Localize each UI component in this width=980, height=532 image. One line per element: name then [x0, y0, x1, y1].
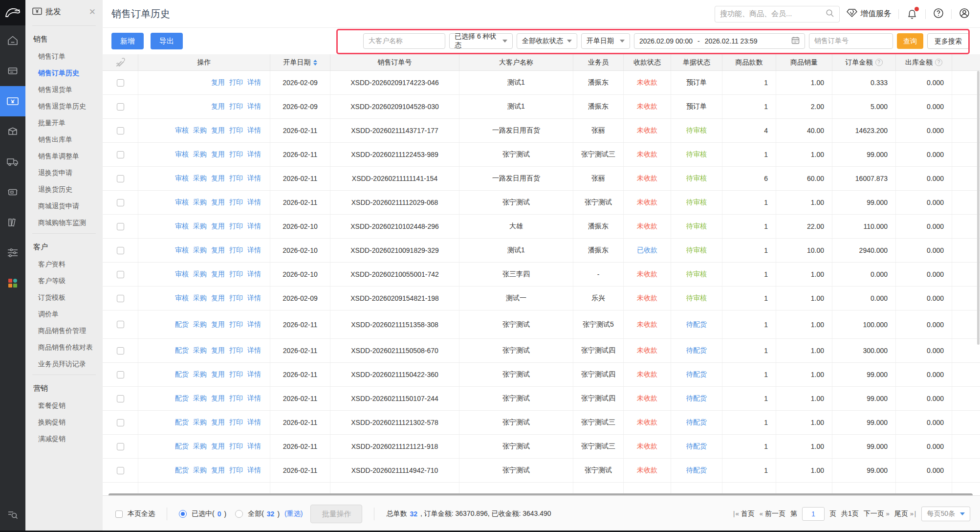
row-action-link[interactable]: 审核 — [175, 126, 189, 135]
home-icon[interactable] — [0, 25, 25, 56]
row-action-link[interactable]: 详情 — [247, 466, 261, 475]
column-settings-tools-icon[interactable] — [103, 54, 138, 70]
sidebar-item-商品销售价管理[interactable]: 商品销售价管理 — [25, 323, 103, 339]
sliders-icon[interactable] — [0, 238, 25, 268]
row-action-link[interactable]: 采购 — [193, 442, 207, 451]
pos-machine-icon[interactable] — [0, 177, 25, 207]
row-checkbox[interactable] — [117, 443, 124, 450]
first-page-button[interactable]: ∣« 首页 — [732, 510, 755, 518]
help-icon[interactable] — [933, 7, 944, 21]
sidebar-item-换购促销[interactable]: 换购促销 — [25, 414, 103, 431]
col-amount[interactable]: 订单金额? — [832, 54, 896, 70]
select-all-checkbox[interactable] — [115, 510, 123, 518]
row-action-link[interactable]: 配货 — [175, 394, 189, 403]
truck-icon[interactable] — [0, 147, 25, 177]
row-action-link[interactable]: 采购 — [193, 198, 207, 207]
row-action-link[interactable]: 复用 — [211, 346, 225, 355]
row-action-link[interactable]: 复用 — [211, 150, 225, 159]
row-action-link[interactable]: 采购 — [193, 150, 207, 159]
row-checkbox[interactable] — [117, 271, 124, 278]
row-action-link[interactable]: 采购 — [193, 246, 207, 255]
more-search-button[interactable]: 更多搜索 — [927, 33, 969, 49]
row-action-link[interactable]: 审核 — [175, 246, 189, 255]
row-checkbox[interactable] — [117, 103, 124, 111]
date-range-picker[interactable]: 2026.02.09 00:00 - 2026.02.11 23:59 — [634, 33, 805, 49]
col-date[interactable]: 开单日期 — [270, 54, 330, 70]
row-checkbox[interactable] — [117, 347, 124, 355]
package-icon[interactable] — [0, 116, 25, 147]
row-action-link[interactable]: 采购 — [193, 418, 207, 427]
add-button[interactable]: 新增 — [111, 33, 144, 49]
page-number-input[interactable]: 1 — [802, 507, 825, 521]
sidebar-item-订货模板[interactable]: 订货模板 — [25, 289, 103, 306]
library-books-icon[interactable] — [0, 207, 25, 238]
sidebar-item-调价单[interactable]: 调价单 — [25, 306, 103, 323]
row-checkbox[interactable] — [117, 295, 124, 302]
row-action-link[interactable]: 配货 — [175, 320, 189, 329]
row-action-link[interactable]: 复用 — [211, 126, 225, 135]
customer-name-input[interactable]: 大客户名称 — [363, 33, 445, 49]
row-action-link[interactable]: 采购 — [193, 394, 207, 403]
row-action-link[interactable]: 详情 — [247, 370, 261, 379]
sidebar-item-商品销售价核对表[interactable]: 商品销售价核对表 — [25, 339, 103, 356]
row-action-link[interactable]: 详情 — [247, 394, 261, 403]
row-action-link[interactable]: 打印 — [229, 442, 243, 451]
logo-rabbit-icon[interactable] — [0, 0, 25, 25]
row-action-link[interactable]: 审核 — [175, 294, 189, 303]
row-action-link[interactable]: 采购 — [193, 466, 207, 475]
date-from[interactable]: 2026.02.09 00:00 — [639, 37, 693, 45]
row-action-link[interactable]: 详情 — [247, 198, 261, 207]
row-action-link[interactable]: 打印 — [229, 126, 243, 135]
user-avatar-icon[interactable] — [958, 7, 970, 21]
row-action-link[interactable]: 审核 — [175, 198, 189, 207]
row-action-link[interactable]: 复用 — [211, 78, 225, 87]
row-action-link[interactable]: 配货 — [175, 466, 189, 475]
row-checkbox[interactable] — [117, 127, 124, 134]
vertical-scrollbar[interactable] — [977, 71, 980, 345]
sidebar-item-退换货历史[interactable]: 退换货历史 — [25, 181, 103, 198]
wholesale-banknote-icon[interactable] — [0, 86, 25, 116]
row-action-link[interactable]: 采购 — [193, 174, 207, 183]
col-payment-status[interactable]: 收款状态 — [624, 54, 671, 70]
row-checkbox[interactable] — [117, 395, 124, 402]
row-action-link[interactable]: 详情 — [247, 294, 261, 303]
row-action-link[interactable]: 打印 — [229, 246, 243, 255]
help-circle-icon[interactable]: ? — [935, 59, 942, 66]
row-checkbox[interactable] — [117, 223, 124, 230]
col-order-no[interactable]: 销售订单号 — [330, 54, 459, 70]
sidebar-item-销售订单历史[interactable]: 销售订单历史 — [25, 65, 103, 82]
sidebar-item-满减促销[interactable]: 满减促销 — [25, 431, 103, 447]
row-action-link[interactable]: 详情 — [247, 418, 261, 427]
row-action-link[interactable]: 审核 — [175, 174, 189, 183]
row-action-link[interactable]: 复用 — [211, 418, 225, 427]
sidebar-item-销售订单[interactable]: 销售订单 — [25, 48, 103, 65]
row-action-link[interactable]: 复用 — [211, 466, 225, 475]
sidebar-item-业务员拜访记录[interactable]: 业务员拜访记录 — [25, 356, 103, 373]
row-action-link[interactable]: 打印 — [229, 174, 243, 183]
row-action-link[interactable]: 配货 — [175, 370, 189, 379]
row-action-link[interactable]: 复用 — [211, 294, 225, 303]
last-page-button[interactable]: 尾页 »∣ — [894, 510, 917, 518]
col-actions[interactable]: 操作 — [138, 54, 270, 70]
row-action-link[interactable]: 配货 — [175, 442, 189, 451]
row-action-link[interactable]: 详情 — [247, 270, 261, 279]
row-action-link[interactable]: 复用 — [211, 370, 225, 379]
sidebar-item-批量开单[interactable]: 批量开单 — [25, 115, 103, 132]
col-customer[interactable]: 大客户名称 — [459, 54, 573, 70]
row-action-link[interactable]: 详情 — [247, 320, 261, 329]
sidebar-item-销售退货单历史[interactable]: 销售退货单历史 — [25, 98, 103, 115]
selected-radio[interactable] — [179, 510, 187, 518]
col-out-amount[interactable]: 出库金额? — [896, 54, 952, 70]
row-checkbox[interactable] — [117, 151, 124, 158]
row-action-link[interactable]: 打印 — [229, 198, 243, 207]
col-sku-count[interactable]: 商品款数 — [722, 54, 776, 70]
query-button[interactable]: 查询 — [897, 33, 923, 49]
prev-page-button[interactable]: « 前一页 — [760, 510, 785, 518]
row-action-link[interactable]: 复用 — [211, 394, 225, 403]
search-icon[interactable] — [826, 9, 834, 19]
all-radio[interactable] — [235, 510, 243, 518]
row-checkbox[interactable] — [117, 371, 124, 378]
row-action-link[interactable]: 打印 — [229, 150, 243, 159]
row-checkbox[interactable] — [117, 321, 124, 328]
row-action-link[interactable]: 打印 — [229, 418, 243, 427]
